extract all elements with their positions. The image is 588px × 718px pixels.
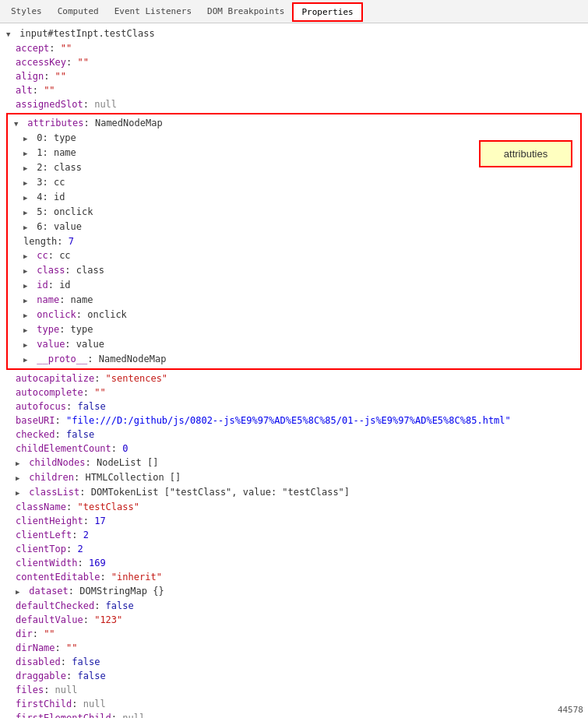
prop-clienttop: clientTop: 2 <box>0 542 588 556</box>
attr-named-onclick[interactable]: onclick: onclick <box>8 308 580 322</box>
header-node-label: input#testInpt.testClass <box>19 28 154 39</box>
prop-dir: dir: "" <box>0 627 588 641</box>
prop-accept: accept: "" <box>0 41 588 55</box>
prop-children[interactable]: children: HTMLCollection [] <box>0 470 588 485</box>
prop-draggable: draggable: false <box>0 669 588 683</box>
prop-clientleft: clientLeft: 2 <box>0 528 588 542</box>
attr-named-type[interactable]: type: type <box>8 322 580 337</box>
attributes-header[interactable]: attributes: NamedNodeMap <box>8 116 580 131</box>
attributes-expand-arrow[interactable] <box>14 118 22 130</box>
tooltip-box: attributies <box>479 140 572 167</box>
prop-baseuri: baseURI: "file:///D:/github/js/0802--js%… <box>0 414 588 428</box>
prop-checked: checked: false <box>0 428 588 442</box>
prop-firstelementchild: firstElementChild: null <box>0 711 588 718</box>
prop-dirname: dirName: "" <box>0 641 588 655</box>
prop-alt: alt: "" <box>0 83 588 97</box>
prop-clientheight: clientHeight: 17 <box>0 514 588 528</box>
attr-named-cc[interactable]: cc: cc <box>8 248 580 263</box>
attr-item-3[interactable]: 3: cc <box>8 175 580 190</box>
prop-defaultchecked: defaultChecked: false <box>0 599 588 613</box>
tab-bar: Styles Computed Event Listeners DOM Brea… <box>0 0 588 23</box>
prop-classname: className: "testClass" <box>0 500 588 514</box>
attr-named-id[interactable]: id: id <box>8 278 580 293</box>
prop-autocapitalize: autocapitalize: "sentences" <box>0 371 588 385</box>
prop-autofocus: autofocus: false <box>0 399 588 414</box>
prop-childnodes[interactable]: childNodes: NodeList [] <box>0 456 588 470</box>
attr-proto[interactable]: __proto__: NamedNodeMap <box>8 352 580 367</box>
prop-accesskey: accessKey: "" <box>0 55 588 69</box>
prop-assignedslot: assignedSlot: null <box>0 97 588 111</box>
attr-named-class[interactable]: class: class <box>8 263 580 278</box>
attr-named-value[interactable]: value: value <box>8 337 580 352</box>
attr-item-5[interactable]: 5: onclick <box>8 205 580 220</box>
tab-properties[interactable]: Properties <box>292 2 362 22</box>
prop-disabled: disabled: false <box>0 655 588 669</box>
header-node: input#testInpt.testClass <box>0 26 588 41</box>
properties-panel: attributies input#testInpt.testClass acc… <box>0 23 588 718</box>
prop-classlist[interactable]: classList: DOMTokenList ["testClass", va… <box>0 485 588 500</box>
prop-firstchild: firstChild: null <box>0 697 588 711</box>
tab-computed[interactable]: Computed <box>50 3 107 19</box>
attr-length: length: 7 <box>8 234 580 248</box>
expand-arrow-root[interactable] <box>6 28 14 40</box>
attr-named-name[interactable]: name: name <box>8 293 580 308</box>
tab-event-listeners[interactable]: Event Listeners <box>107 3 199 19</box>
prop-childelementcount: childElementCount: 0 <box>0 442 588 456</box>
prop-files: files: null <box>0 683 588 697</box>
tab-dom-breakpoints[interactable]: DOM Breakpoints <box>199 3 292 19</box>
prop-autocomplete: autocomplete: "" <box>0 385 588 399</box>
attr-item-4[interactable]: 4: id <box>8 190 580 205</box>
prop-dataset[interactable]: dataset: DOMStringMap {} <box>0 584 588 599</box>
attr-item-6[interactable]: 6: value <box>8 220 580 234</box>
prop-defaultvalue: defaultValue: "123" <box>0 613 588 627</box>
prop-contenteditable: contentEditable: "inherit" <box>0 570 588 584</box>
tooltip-text: attributies <box>504 148 548 160</box>
prop-align: align: "" <box>0 69 588 83</box>
tab-styles[interactable]: Styles <box>3 3 50 19</box>
page-number: 44578 <box>558 705 583 715</box>
prop-clientwidth: clientWidth: 169 <box>0 556 588 570</box>
